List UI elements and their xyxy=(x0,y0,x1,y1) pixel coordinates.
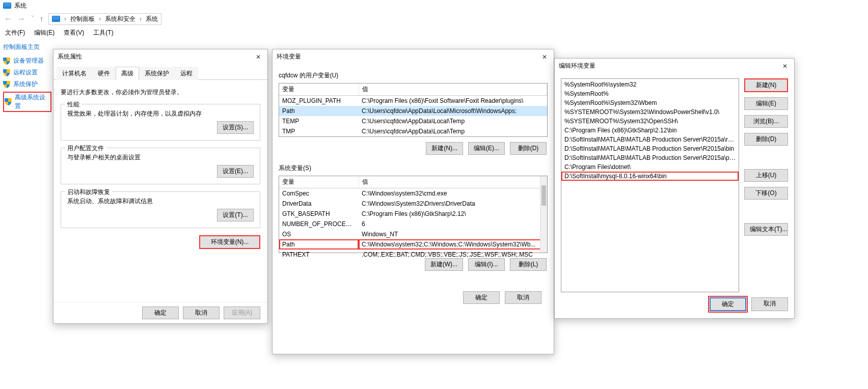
tab-protection[interactable]: 系统保护 xyxy=(139,67,175,80)
address-bar[interactable]: › 控制面板 › 系统和安全 › 系统 xyxy=(48,13,161,25)
sidebar-item-device-manager[interactable]: 设备管理器 xyxy=(3,57,51,65)
list-item[interactable]: %SYSTEMROOT%\System32\OpenSSH\ xyxy=(561,117,739,126)
group-desc: 与登录帐户相关的桌面设置 xyxy=(67,153,254,162)
sys-new-button[interactable]: 新建(W)... xyxy=(425,258,463,271)
menu-edit[interactable]: 编辑(E) xyxy=(34,29,55,37)
chevron-right-icon: › xyxy=(64,15,66,22)
sidebar-item-protection[interactable]: 系统保护 xyxy=(3,80,51,89)
delete-button[interactable]: 删除(D) xyxy=(744,133,788,146)
table-row[interactable]: PathC:\Windows\system32;C:\Windows;C:\Wi… xyxy=(279,239,547,249)
move-up-button[interactable]: 上移(U) xyxy=(744,169,788,182)
cancel-button[interactable]: 取消 xyxy=(505,291,541,304)
edit-button[interactable]: 编辑(E) xyxy=(744,97,788,110)
performance-settings-button[interactable]: 设置(S)... xyxy=(217,121,254,134)
table-row[interactable]: NUMBER_OF_PROCESSORS6 xyxy=(279,219,547,229)
startup-settings-button[interactable]: 设置(T)... xyxy=(217,209,254,221)
cell-val: .COM;.EXE;.BAT;.CMD;.VBS;.VBE;.JS;.JSE;.… xyxy=(359,249,547,260)
ok-button[interactable]: 确定 xyxy=(142,307,179,319)
table-row[interactable]: PATHEXT.COM;.EXE;.BAT;.CMD;.VBS;.VBE;.JS… xyxy=(279,249,547,260)
dropdown-arrow-icon[interactable]: ˅ xyxy=(31,14,35,24)
menu-file[interactable]: 文件(F) xyxy=(5,29,25,37)
profile-settings-button[interactable]: 设置(E)... xyxy=(217,165,254,178)
table-row[interactable]: ComSpecC:\Windows\system32\cmd.exe xyxy=(279,188,547,199)
apply-button[interactable]: 应用(A) xyxy=(224,307,260,319)
monitor-icon xyxy=(3,3,11,9)
col-header-val[interactable]: 值 xyxy=(359,84,547,96)
list-item[interactable]: D:\SoftInstall\MATLAB\MATLAB Production … xyxy=(561,153,739,162)
list-item[interactable]: D:\SoftInstall\mysql-8.0.16-winx64\bin xyxy=(561,172,739,181)
menu-tools[interactable]: 工具(T) xyxy=(93,29,113,37)
cell-var: Path xyxy=(279,106,359,116)
monitor-icon xyxy=(52,16,60,22)
sidebar-item-advanced-settings[interactable]: 高级系统设置 xyxy=(3,92,51,112)
col-header-val[interactable]: 值 xyxy=(359,176,547,188)
col-header-var[interactable]: 变量 xyxy=(279,176,359,188)
ok-button[interactable]: 确定 xyxy=(710,297,746,311)
list-item[interactable]: C:\Program Files (x86)\GtkSharp\2.12\bin xyxy=(561,126,739,135)
group-desc: 视觉效果，处理器计划，内存使用，以及虚拟内存 xyxy=(67,109,254,118)
tab-advanced[interactable]: 高级 xyxy=(116,67,139,80)
list-item[interactable]: %SystemRoot% xyxy=(561,89,739,98)
tab-remote[interactable]: 远程 xyxy=(175,67,198,80)
table-row[interactable]: TMPC:\Users\cqfdcw\AppData\Local\Temp xyxy=(279,126,547,136)
path-entries-list[interactable]: %SystemRoot%\system32%SystemRoot%%System… xyxy=(561,78,739,292)
edit-text-button[interactable]: 编辑文本(T)... xyxy=(744,223,788,236)
close-icon[interactable]: ✕ xyxy=(539,53,550,61)
table-row[interactable]: PathC:\Users\cqfdcw\AppData\Local\Micros… xyxy=(279,106,547,116)
user-profile-group: 用户配置文件 与登录帐户相关的桌面设置 设置(E)... xyxy=(61,148,260,184)
group-legend: 启动和故障恢复 xyxy=(65,188,112,197)
close-icon[interactable]: ✕ xyxy=(780,63,790,70)
user-vars-table[interactable]: 变量 值 MOZ_PLUGIN_PATHC:\Program Files (x8… xyxy=(279,83,548,137)
breadcrumb-item[interactable]: 系统 xyxy=(146,15,158,23)
startup-recovery-group: 启动和故障恢复 系统启动、系统故障和调试信息 设置(T)... xyxy=(61,191,260,228)
sys-delete-button[interactable]: 删除(L) xyxy=(510,258,547,271)
environment-variables-dialog: 环境变量 ✕ cqfdcw 的用户变量(U) 变量 值 MOZ_PLUGIN_P… xyxy=(272,49,554,354)
table-row[interactable]: GTK_BASEPATHC:\Program Files (x86)\GtkSh… xyxy=(279,209,547,219)
list-item[interactable]: %SYSTEMROOT%\System32\WindowsPowerShell\… xyxy=(561,107,739,117)
list-item[interactable]: %SystemRoot%\System32\Wbem xyxy=(561,98,739,107)
user-edit-button[interactable]: 编辑(E)... xyxy=(468,142,505,155)
control-panel-home[interactable]: 控制面板主页 xyxy=(3,43,51,51)
sys-vars-table[interactable]: 变量 值 ComSpecC:\Windows\system32\cmd.exeD… xyxy=(279,176,548,253)
close-icon[interactable]: ✕ xyxy=(253,53,263,61)
user-delete-button[interactable]: 删除(D) xyxy=(510,142,547,155)
cell-val: C:\Windows\system32;C:\Windows;C:\Window… xyxy=(359,239,547,249)
sidebar-item-remote[interactable]: 远程设置 xyxy=(3,68,51,77)
menu-view[interactable]: 查看(V) xyxy=(64,29,84,37)
dialog-caption: 系统属性 ✕ xyxy=(53,49,267,64)
breadcrumb-item[interactable]: 控制面板 xyxy=(70,15,95,23)
scrollbar[interactable] xyxy=(540,176,547,253)
browse-button[interactable]: 浏览(B)... xyxy=(744,115,788,128)
list-item[interactable]: D:\SoftInstall\MATLAB\MATLAB Production … xyxy=(561,135,739,144)
cell-var: MOZ_PLUGIN_PATH xyxy=(279,96,359,106)
tab-computer-name[interactable]: 计算机名 xyxy=(57,67,92,80)
cancel-button[interactable]: 取消 xyxy=(183,307,220,319)
list-item[interactable]: %SystemRoot%\system32 xyxy=(561,80,739,89)
list-item[interactable]: D:\SoftInstall\MATLAB\MATLAB Production … xyxy=(561,144,739,153)
sys-edit-button[interactable]: 编辑(I)... xyxy=(468,258,505,271)
cancel-button[interactable]: 取消 xyxy=(751,297,788,311)
back-arrow-icon[interactable]: ← xyxy=(4,14,12,23)
table-row[interactable]: TEMPC:\Users\cqfdcw\AppData\Local\Temp xyxy=(279,116,547,126)
tab-hardware[interactable]: 硬件 xyxy=(92,67,116,80)
dialog-caption: 编辑环境变量 ✕ xyxy=(555,59,794,73)
table-row[interactable]: DriverDataC:\Windows\System32\Drivers\Dr… xyxy=(279,199,547,209)
user-new-button[interactable]: 新建(N)... xyxy=(426,142,463,155)
sidebar-item-label: 设备管理器 xyxy=(13,57,44,65)
table-row[interactable]: MOZ_PLUGIN_PATHC:\Program Files (x86)\Fo… xyxy=(279,96,547,106)
move-down-button[interactable]: 下移(O) xyxy=(744,187,788,200)
shield-icon xyxy=(5,98,12,105)
environment-variables-button[interactable]: 环境变量(N)... xyxy=(199,235,260,249)
list-item[interactable]: C:\Program Files\dotnet\ xyxy=(561,162,739,172)
cell-var: GTK_BASEPATH xyxy=(279,209,359,219)
shield-icon xyxy=(3,69,10,76)
ok-button[interactable]: 确定 xyxy=(463,291,500,304)
breadcrumb-item[interactable]: 系统和安全 xyxy=(105,15,135,23)
scrollbar-thumb[interactable] xyxy=(541,185,546,206)
cell-var: DriverData xyxy=(279,199,359,209)
chevron-right-icon: › xyxy=(99,15,101,22)
new-button[interactable]: 新建(N) xyxy=(744,78,788,92)
col-header-var[interactable]: 变量 xyxy=(279,84,359,96)
table-row[interactable]: OSWindows_NT xyxy=(279,229,547,239)
up-arrow-icon[interactable]: ↑ xyxy=(40,15,43,23)
